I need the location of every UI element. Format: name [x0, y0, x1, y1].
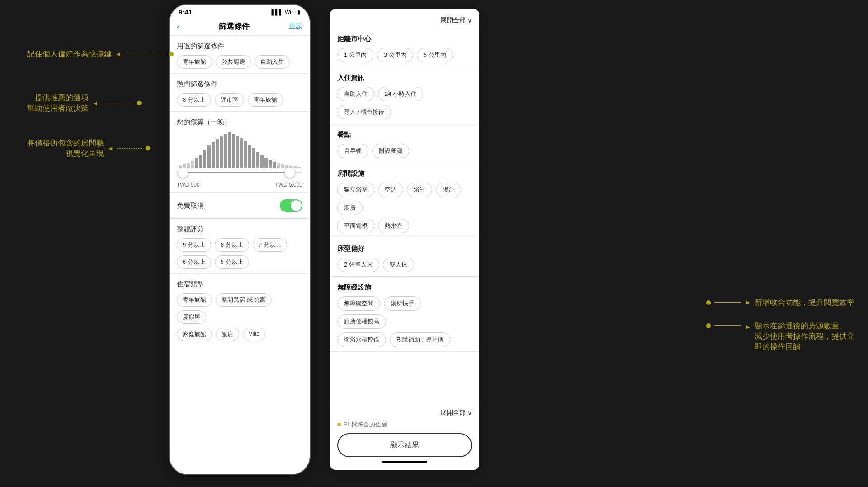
- tag-5-above[interactable]: 5 分以上: [215, 255, 249, 269]
- tag-reception[interactable]: 專人 / 櫃台接待: [337, 105, 391, 119]
- tag-youth-hostel-3[interactable]: 青年旅館: [177, 293, 212, 307]
- bar-3: [187, 163, 190, 168]
- annotation-3-dot: [146, 146, 150, 150]
- price-slider-min-thumb[interactable]: [178, 168, 188, 178]
- bar-16: [240, 138, 243, 168]
- tag-low-sink[interactable]: 衛浴水槽較低: [337, 332, 386, 347]
- expand-all-footer-btn[interactable]: 展開全部 ∨: [337, 409, 472, 417]
- room-facilities-section: 房間設施 獨立浴室 空調 浴缸 陽台 廚房 平面電視 熱水壺: [330, 163, 479, 238]
- budget-section: 您的預算（一晚）: [170, 112, 310, 193]
- used-filters-title: 用過的篩選條件: [177, 42, 302, 51]
- annotation-right-2-line3: 即的操作回饋: [755, 342, 854, 352]
- tag-toilet-handrail[interactable]: 廁所扶手: [384, 296, 421, 311]
- tag-balcony[interactable]: 陽台: [436, 183, 461, 197]
- budget-min-label: TWD 500: [177, 182, 200, 188]
- right-panel-footer: 展開全部 ∨ 91 間符合的住宿 顯示結果: [330, 404, 479, 470]
- budget-max-label: TWD 5,000: [275, 182, 302, 188]
- tag-24h-checkin[interactable]: 24 小時入住: [378, 87, 423, 101]
- tag-double[interactable]: 雙人床: [383, 258, 414, 272]
- accessibility-tags-2: 衛浴水槽較低 視障補助：導盲磚: [337, 332, 472, 347]
- phone-content: 用過的篩選條件 青年旅館 公共廚房 自助入住 熱門篩選條件 8 分以上 近市區 …: [170, 36, 310, 474]
- bar-7: [203, 150, 206, 168]
- bed-preference-tags: 2 張單人床 雙人床: [337, 258, 472, 272]
- bar-5: [195, 158, 198, 168]
- annotation-right-2-line1: 顯示在篩選後的房源數量。: [755, 321, 854, 331]
- annotation-1: 記住個人偏好作為快捷鍵 ◄: [27, 49, 174, 59]
- expand-all-top-label: 展開全部: [440, 16, 466, 24]
- tag-youth-hostel-1[interactable]: 青年旅館: [177, 55, 212, 69]
- tag-villa[interactable]: Villa: [243, 328, 265, 341]
- expand-all-top-button[interactable]: 展開全部 ∨: [440, 16, 472, 24]
- expand-all-top-icon: ∨: [467, 17, 472, 24]
- tag-twin[interactable]: 2 張單人床: [337, 258, 379, 272]
- tag-near-city[interactable]: 近市區: [215, 93, 244, 107]
- annotation-right-2-line2: 減少使用者操作流程，提供立: [755, 331, 854, 342]
- page-title: 篩選條件: [219, 21, 250, 32]
- right-panel: 展開全部 ∨ 距離市中心 1 公里內 3 公里內 5 公里內 入住資訊 自助入住…: [330, 9, 479, 470]
- show-results-button[interactable]: 顯示結果: [337, 433, 472, 457]
- price-slider-track: [177, 172, 302, 173]
- tag-tactile-paving[interactable]: 視障補助：導盲磚: [390, 332, 450, 347]
- tag-bathtub[interactable]: 浴缸: [407, 183, 432, 197]
- tag-kitchen[interactable]: 廚房: [337, 201, 363, 215]
- tag-hotel[interactable]: 飯店: [216, 328, 239, 341]
- bar-10: [216, 139, 219, 168]
- bed-preference-title: 床型偏好: [337, 244, 472, 253]
- annotation-right-2: ► 顯示在篩選後的房源數量。 減少使用者操作流程，提供立 即的操作回饋: [706, 321, 854, 352]
- tag-kettle[interactable]: 熱水壺: [378, 219, 409, 233]
- tag-1km[interactable]: 1 公里內: [337, 48, 373, 62]
- annotation-2-text: 提供推薦的選項 幫助使用者做決策: [27, 93, 89, 113]
- tag-ac[interactable]: 空調: [378, 183, 403, 197]
- annotation-3-line: [117, 148, 142, 149]
- price-slider-max-thumb[interactable]: [285, 168, 295, 178]
- tag-public-kitchen[interactable]: 公共廚房: [216, 55, 251, 69]
- home-indicator: [382, 461, 427, 463]
- tag-6-above[interactable]: 6 分以上: [177, 255, 211, 269]
- bar-15: [236, 136, 239, 168]
- tag-breakfast[interactable]: 含早餐: [337, 144, 368, 158]
- annotation-right-1-line: [714, 302, 741, 303]
- tag-self-checkin-r[interactable]: 自助入住: [337, 87, 374, 101]
- tag-8-above[interactable]: 8 分以上: [177, 93, 211, 107]
- tag-restaurant[interactable]: 附設餐廳: [372, 144, 409, 158]
- histogram-bars: [177, 132, 302, 168]
- tag-9-above[interactable]: 9 分以上: [177, 238, 211, 252]
- distance-section: 距離市中心 1 公里內 3 公里內 5 公里內: [330, 28, 479, 67]
- distance-tags: 1 公里內 3 公里內 5 公里內: [337, 48, 472, 62]
- popular-filters-title: 熱門篩選條件: [177, 80, 302, 89]
- tag-5km[interactable]: 5 公里內: [417, 48, 453, 62]
- tag-raised-toilet[interactable]: 廁所便桶較高: [337, 314, 386, 329]
- tag-family-hotel[interactable]: 家庭旅館: [177, 328, 212, 341]
- free-cancellation-label: 免費取消: [177, 201, 204, 210]
- reset-button[interactable]: 重設: [289, 22, 302, 31]
- annotation-3: 將價格所包含的房間數 視覺化呈現 ◄: [27, 138, 150, 159]
- tag-whole-apartment[interactable]: 整間民宿 或 公寓: [216, 293, 272, 307]
- tag-7-above[interactable]: 7 分以上: [253, 238, 287, 252]
- bar-20: [256, 152, 259, 168]
- annotation-right-1-dot: [706, 300, 711, 305]
- room-facilities-tags-2: 平面電視 熱水壺: [337, 219, 472, 233]
- bar-29: [293, 166, 297, 168]
- tag-flat-tv[interactable]: 平面電視: [337, 219, 374, 233]
- annotation-2-line: [102, 103, 133, 103]
- right-panel-header: 展開全部 ∨: [330, 9, 479, 28]
- tag-8-above-r[interactable]: 8 分以上: [215, 238, 249, 252]
- tag-private-bath[interactable]: 獨立浴室: [337, 183, 374, 197]
- phone-mockup: 9:41 ▌▌▌ WiFi ▮ ‹ 篩選條件 重設 用過的篩選條件 青年旅館 公…: [170, 5, 310, 474]
- expand-all-footer-icon: ∨: [467, 409, 472, 417]
- bar-8: [207, 145, 210, 168]
- used-filters-tags: 青年旅館 公共廚房 自助入住: [177, 55, 302, 69]
- free-cancellation-toggle[interactable]: [280, 199, 302, 212]
- popular-filters-tags: 8 分以上 近市區 青年旅館: [177, 93, 302, 107]
- price-slider-range: [183, 172, 290, 173]
- phone-header: ‹ 篩選條件 重設: [170, 18, 310, 36]
- tag-accessible-space[interactable]: 無障礙空間: [337, 296, 380, 311]
- bar-12: [224, 134, 227, 168]
- toggle-knob: [291, 200, 302, 211]
- tag-3km[interactable]: 3 公里內: [377, 48, 413, 62]
- back-button[interactable]: ‹: [177, 21, 180, 32]
- tag-self-checkin[interactable]: 自助入住: [255, 55, 290, 69]
- tag-vacation-house[interactable]: 度假屋: [177, 310, 206, 324]
- result-count: 91 間符合的住宿: [337, 421, 472, 429]
- tag-youth-hostel-2[interactable]: 青年旅館: [248, 93, 283, 107]
